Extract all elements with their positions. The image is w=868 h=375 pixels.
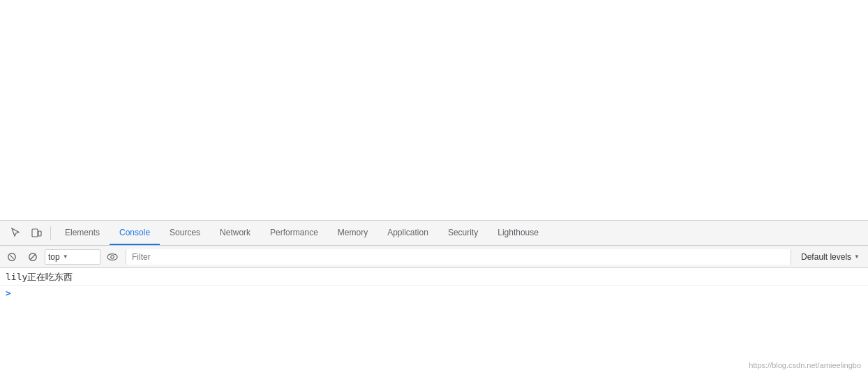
- console-prompt-symbol: >: [6, 288, 11, 298]
- toolbar-separator: [50, 226, 51, 240]
- tab-performance[interactable]: Performance: [260, 221, 328, 245]
- tabs-bar: Elements Console Sources Network Perform…: [52, 221, 548, 245]
- filter-input-wrapper: [126, 249, 791, 265]
- console-output: lily正在吃东西 >: [0, 268, 868, 375]
- tab-sources[interactable]: Sources: [160, 221, 210, 245]
- device-icon: [31, 228, 42, 239]
- eye-icon: [107, 252, 118, 262]
- hide-network-button[interactable]: [24, 248, 42, 266]
- svg-rect-0: [32, 229, 38, 237]
- console-log-entry: lily正在吃东西: [0, 270, 868, 286]
- device-toolbar-button[interactable]: [27, 223, 46, 243]
- console-toolbar: top ▼ Default levels ▼: [0, 246, 868, 268]
- inspect-icon: [10, 228, 21, 239]
- console-log-text: lily正在吃东西: [6, 271, 73, 284]
- devtools-toolbar-icons: [3, 223, 49, 243]
- filter-input[interactable]: [132, 252, 785, 262]
- console-prompt-line[interactable]: >: [0, 286, 868, 300]
- levels-arrow: ▼: [854, 253, 860, 260]
- tab-application[interactable]: Application: [377, 221, 438, 245]
- devtools-panel: Elements Console Sources Network Perform…: [0, 220, 868, 375]
- context-arrow: ▼: [63, 253, 68, 260]
- svg-rect-1: [38, 231, 41, 236]
- levels-label: Default levels: [801, 252, 851, 262]
- watermark-text: https://blog.csdn.net/amieelingbo: [749, 361, 861, 369]
- svg-point-6: [107, 253, 117, 260]
- inspect-element-button[interactable]: [6, 223, 25, 243]
- svg-point-7: [111, 255, 114, 258]
- clear-console-button[interactable]: [3, 248, 21, 266]
- live-expressions-button[interactable]: [103, 248, 121, 266]
- svg-line-5: [30, 254, 36, 260]
- devtools-tabbar: Elements Console Sources Network Perform…: [0, 221, 868, 246]
- tab-console[interactable]: Console: [110, 221, 160, 245]
- svg-line-3: [10, 255, 13, 258]
- page-watermark: https://blog.csdn.net/amieelingbo: [749, 361, 861, 369]
- tab-memory[interactable]: Memory: [328, 221, 377, 245]
- tab-security[interactable]: Security: [438, 221, 488, 245]
- browser-content-area: [0, 0, 868, 220]
- levels-selector[interactable]: Default levels ▼: [795, 252, 865, 262]
- context-selector[interactable]: top ▼: [45, 249, 100, 265]
- clear-icon: [7, 252, 17, 262]
- tab-lighthouse[interactable]: Lighthouse: [488, 221, 548, 245]
- tab-elements[interactable]: Elements: [55, 221, 110, 245]
- context-value: top: [48, 252, 60, 262]
- block-icon: [28, 252, 38, 262]
- tab-network[interactable]: Network: [210, 221, 260, 245]
